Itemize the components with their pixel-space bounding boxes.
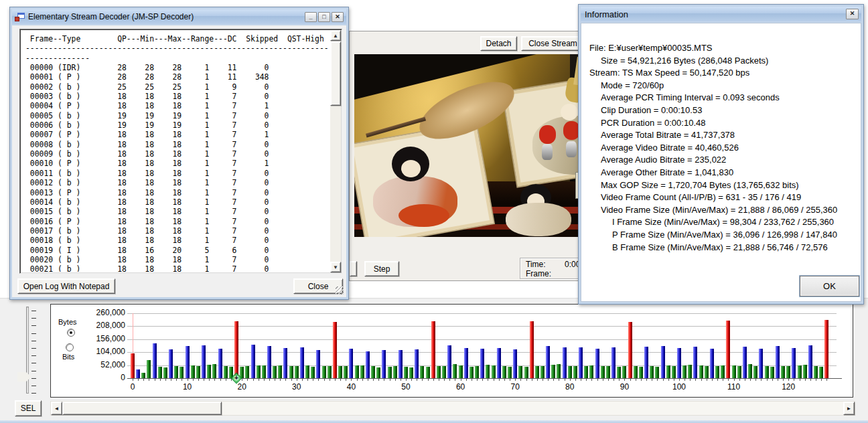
frame-bar-I[interactable] bbox=[131, 353, 135, 378]
open-log-button[interactable]: Open Log With Notepad bbox=[17, 278, 115, 294]
frame-bar-b[interactable] bbox=[634, 366, 638, 378]
frame-bar-b[interactable] bbox=[672, 366, 676, 378]
frame-bar-P[interactable] bbox=[136, 369, 140, 378]
frame-bar-b[interactable] bbox=[639, 367, 643, 378]
frame-bar-I[interactable] bbox=[628, 322, 632, 378]
frame-bar-b[interactable] bbox=[508, 367, 512, 378]
hidden-playback-button[interactable] bbox=[350, 261, 357, 276]
frame-bar-b[interactable] bbox=[540, 366, 545, 378]
frame-bar-b[interactable] bbox=[163, 367, 167, 378]
frame-bar-I[interactable] bbox=[530, 321, 534, 378]
frame-bar-b[interactable] bbox=[524, 367, 528, 378]
frame-bar-b[interactable] bbox=[191, 365, 195, 378]
frame-bar-b[interactable] bbox=[426, 367, 430, 378]
frame-bar-b[interactable] bbox=[666, 365, 670, 378]
frame-bar-b[interactable] bbox=[518, 366, 522, 378]
frame-bar-P[interactable] bbox=[251, 345, 255, 378]
scrollbar-thumb[interactable] bbox=[62, 402, 222, 415]
frame-bar-b[interactable] bbox=[551, 365, 555, 378]
frame-bar-I[interactable] bbox=[824, 320, 828, 378]
frame-bar-b[interactable] bbox=[207, 365, 211, 378]
frame-bar-b[interactable] bbox=[459, 365, 463, 378]
scroll-right-button[interactable]: ► bbox=[843, 402, 855, 415]
frame-bar-b[interactable] bbox=[257, 365, 261, 378]
frame-bar-b[interactable] bbox=[721, 365, 725, 378]
frame-bar-b[interactable] bbox=[273, 366, 277, 378]
frame-bar-b[interactable] bbox=[338, 366, 342, 378]
frame-bar-b[interactable] bbox=[388, 367, 392, 378]
frame-bar-P[interactable] bbox=[169, 349, 173, 378]
frame-bar-b[interactable] bbox=[376, 367, 380, 378]
sel-button[interactable]: SEL bbox=[15, 400, 42, 416]
resize-grip[interactable] bbox=[336, 286, 344, 294]
frame-bar-P[interactable] bbox=[186, 346, 190, 378]
frame-bar-b[interactable] bbox=[568, 366, 572, 378]
frame-bar-b[interactable] bbox=[141, 373, 145, 378]
frame-bar-P[interactable] bbox=[546, 346, 550, 378]
frame-bar-P[interactable] bbox=[693, 347, 697, 378]
frame-bar-b[interactable] bbox=[819, 367, 823, 378]
frame-bar-b[interactable] bbox=[420, 366, 424, 378]
frame-bar-b[interactable] bbox=[814, 366, 818, 378]
frame-bar-P[interactable] bbox=[366, 351, 370, 378]
frame-bar-I[interactable] bbox=[333, 322, 337, 378]
frame-bar-b[interactable] bbox=[224, 366, 228, 378]
frame-bar-P[interactable] bbox=[644, 347, 648, 378]
frame-bar-P[interactable] bbox=[677, 348, 681, 378]
frame-bar-P[interactable] bbox=[808, 345, 812, 378]
frame-bar-b[interactable] bbox=[699, 365, 703, 378]
frame-bar-b[interactable] bbox=[360, 365, 364, 378]
frame-bar-b[interactable] bbox=[798, 365, 802, 378]
frame-bar-b[interactable] bbox=[245, 366, 249, 378]
close-window-button[interactable]: ✕ bbox=[332, 12, 344, 22]
frame-bar-b[interactable] bbox=[212, 364, 216, 378]
frame-bar-b[interactable] bbox=[311, 367, 315, 378]
frame-bar-b[interactable] bbox=[803, 365, 807, 378]
frame-bar-b[interactable] bbox=[682, 365, 686, 378]
log-scrollbar-thumb[interactable] bbox=[330, 41, 341, 106]
info-close-button[interactable]: ✕ bbox=[846, 9, 859, 19]
frame-bar-b[interactable] bbox=[502, 366, 506, 378]
frame-bar-P[interactable] bbox=[497, 348, 501, 378]
frame-bar-b[interactable] bbox=[453, 364, 457, 378]
close-stream-button[interactable]: Close Stream bbox=[521, 36, 585, 51]
frame-bar-b[interactable] bbox=[765, 366, 769, 378]
frame-bar-b[interactable] bbox=[622, 366, 626, 378]
frame-bar-b[interactable] bbox=[606, 366, 610, 378]
frame-bar-b[interactable] bbox=[617, 367, 621, 378]
frame-bar-b[interactable] bbox=[584, 366, 588, 378]
frame-bar-b[interactable] bbox=[573, 366, 577, 378]
frame-bar-b[interactable] bbox=[328, 366, 332, 378]
frame-bar-P[interactable] bbox=[153, 343, 157, 378]
log-scroll-down-button[interactable]: ▼ bbox=[330, 262, 341, 272]
step-button[interactable]: Step bbox=[364, 261, 399, 276]
frame-bar-P[interactable] bbox=[563, 347, 567, 378]
frame-bar-b[interactable] bbox=[278, 365, 282, 378]
frame-bar-P[interactable] bbox=[792, 348, 796, 378]
frame-bar-b[interactable] bbox=[174, 366, 178, 378]
frame-bar-b[interactable] bbox=[786, 366, 790, 378]
frame-bar-b[interactable] bbox=[753, 366, 757, 378]
frame-bar-I[interactable] bbox=[431, 321, 435, 378]
log-scroll-up-button[interactable]: ▲ bbox=[330, 30, 341, 41]
detach-button[interactable]: Detach bbox=[480, 36, 517, 51]
minimize-button[interactable]: _ bbox=[305, 12, 317, 22]
frame-bar-b[interactable] bbox=[469, 367, 474, 378]
decoder-log-box[interactable]: Frame--Type QP---Min---Max--Range---DC S… bbox=[19, 29, 342, 274]
frame-bar-I[interactable] bbox=[726, 321, 730, 378]
frame-bar-b[interactable] bbox=[650, 366, 654, 378]
frame-bar-b[interactable] bbox=[179, 367, 184, 378]
frame-bar-b[interactable] bbox=[158, 367, 162, 378]
frame-bar-P[interactable] bbox=[464, 348, 468, 378]
frame-bar-b[interactable] bbox=[196, 366, 200, 378]
frame-bar-P[interactable] bbox=[579, 347, 583, 378]
frame-bar-b[interactable] bbox=[535, 366, 539, 378]
esd-titlebar[interactable]: Elementary Stream Decoder (JM-SP Decoder… bbox=[12, 9, 346, 24]
frame-bar-P[interactable] bbox=[710, 349, 714, 378]
frame-bar-b[interactable] bbox=[393, 366, 397, 378]
frame-bar-P[interactable] bbox=[776, 346, 780, 378]
frame-bar-P[interactable] bbox=[743, 347, 747, 378]
frame-bar-b[interactable] bbox=[705, 366, 709, 378]
frame-bar-b[interactable] bbox=[748, 364, 752, 378]
frame-bar-P[interactable] bbox=[447, 345, 451, 378]
